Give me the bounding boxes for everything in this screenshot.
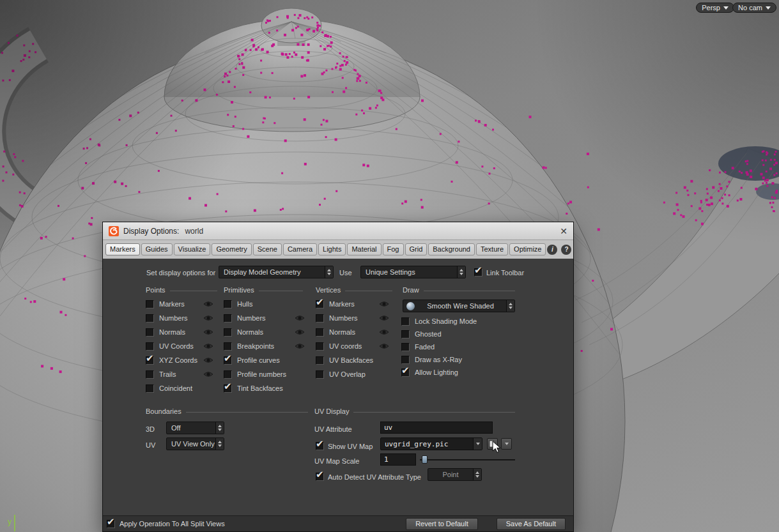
uv-attribute-value: uv xyxy=(384,423,392,432)
visibility-eye-icon[interactable] xyxy=(203,329,213,337)
boundaries-uv-dropdown[interactable]: UV View Only xyxy=(166,437,224,450)
points-xyz-coords-checkbox[interactable]: ✔ xyxy=(146,356,154,365)
uv-map-combo[interactable]: uvgrid_grey.pic xyxy=(380,437,482,450)
auto-detect-uv-label: Auto Detect UV Attribute Type xyxy=(328,473,421,481)
dialog-title: Display Options: xyxy=(123,227,179,236)
tab-optimize[interactable]: Optimize xyxy=(509,243,546,255)
checkmark: ✔ xyxy=(401,365,410,376)
visibility-eye-icon[interactable] xyxy=(379,315,389,323)
points-trails-checkbox[interactable] xyxy=(146,370,154,379)
tab-guides[interactable]: Guides xyxy=(141,243,173,255)
vertices-row-markers: ✔Markers xyxy=(316,297,391,311)
primitives-normals-checkbox[interactable] xyxy=(224,328,232,337)
vertices-uv-backfaces-checkbox[interactable] xyxy=(316,356,324,365)
uv-map-scale-slider[interactable] xyxy=(420,453,515,466)
uv-map-scale-field[interactable]: 1 xyxy=(380,453,416,466)
display-target-dropdown[interactable]: Display Model Geometry xyxy=(219,266,334,278)
visibility-eye-icon[interactable] xyxy=(295,329,305,337)
close-icon[interactable]: ✕ xyxy=(560,227,567,236)
vertices-numbers-checkbox[interactable] xyxy=(316,314,324,323)
apply-all-split-views-label: Apply Operation To All Split Views xyxy=(120,520,225,528)
persp-menu-button[interactable]: Persp xyxy=(696,3,734,13)
info-icon[interactable]: i xyxy=(547,245,557,255)
primitives-hulls-checkbox[interactable] xyxy=(224,300,232,308)
visibility-eye-icon[interactable] xyxy=(379,301,389,308)
draw-ghosted-checkbox[interactable] xyxy=(401,330,410,338)
visibility-eye-icon[interactable] xyxy=(379,329,389,337)
dialog-tab-bar: MarkersGuidesVisualizeGeometrySceneCamer… xyxy=(103,240,573,259)
tab-scene[interactable]: Scene xyxy=(253,243,282,255)
points-markers-checkbox[interactable] xyxy=(146,300,154,308)
visibility-eye-icon[interactable] xyxy=(203,371,213,379)
shading-mode-dropdown[interactable]: Smooth Wire Shaded xyxy=(403,300,515,312)
camera-menu-button[interactable]: No cam xyxy=(732,3,776,13)
visibility-eye-icon[interactable] xyxy=(295,315,305,323)
auto-detect-uv-checkbox[interactable]: ✔ xyxy=(316,473,324,481)
primitives-profile-curves-checkbox[interactable]: ✔ xyxy=(224,356,232,365)
file-icon xyxy=(489,440,496,448)
save-as-default-button[interactable]: Save As Default xyxy=(497,518,566,530)
uv-attribute-label: UV Attribute xyxy=(314,425,352,433)
visibility-eye-icon[interactable] xyxy=(203,343,213,351)
y-axis-line xyxy=(14,515,15,531)
visibility-eye-icon[interactable] xyxy=(379,343,389,351)
primitives-numbers-checkbox[interactable] xyxy=(224,314,232,323)
visibility-eye-icon[interactable] xyxy=(203,357,213,365)
slider-handle[interactable] xyxy=(422,455,428,464)
draw-row-lock-shading-mode: Lock Shading Mode xyxy=(401,315,515,328)
combo-dropdown-icon[interactable] xyxy=(473,438,482,450)
points-label-uv-coords: UV Coords xyxy=(159,342,194,350)
primitives-profile-numbers-checkbox[interactable] xyxy=(224,370,232,379)
primitives-tint-backfaces-checkbox[interactable]: ✔ xyxy=(224,384,232,393)
points-uv-coords-checkbox[interactable] xyxy=(146,342,154,351)
visibility-eye-icon[interactable] xyxy=(295,343,305,351)
tab-visualize[interactable]: Visualize xyxy=(174,243,211,255)
show-uv-map-checkbox[interactable]: ✔ xyxy=(316,442,324,450)
points-coincident-checkbox[interactable] xyxy=(146,384,154,393)
tab-markers[interactable]: Markers xyxy=(105,243,140,255)
draw-section-title: Draw xyxy=(403,286,419,294)
tab-texture[interactable]: Texture xyxy=(476,243,508,255)
boundaries-3d-dropdown[interactable]: Off xyxy=(166,422,224,434)
use-settings-dropdown[interactable]: Unique Settings xyxy=(360,266,466,278)
uv-map-scale-label: UV Map Scale xyxy=(314,457,359,465)
tab-camera[interactable]: Camera xyxy=(283,243,317,255)
draw-lock-shading-mode-checkbox[interactable] xyxy=(401,317,410,326)
primitives-label-hulls: Hulls xyxy=(237,300,252,308)
vertices-normals-checkbox[interactable] xyxy=(316,328,324,337)
tab-lights[interactable]: Lights xyxy=(318,243,346,255)
uv-map-menu-button[interactable] xyxy=(501,438,512,450)
visibility-eye-icon[interactable] xyxy=(203,315,213,323)
points-normals-checkbox[interactable] xyxy=(146,328,154,337)
vertices-column: ✔MarkersNumbersNormalsUV coordsUV Backfa… xyxy=(316,297,391,381)
visibility-eye-icon[interactable] xyxy=(203,301,213,308)
tab-material[interactable]: Material xyxy=(347,243,381,255)
points-row-normals: Normals xyxy=(146,325,215,339)
tab-background[interactable]: Background xyxy=(428,243,475,255)
spinner-arrows-icon xyxy=(215,422,224,434)
vertices-uv-overlap-checkbox[interactable] xyxy=(316,370,324,379)
draw-allow-lighting-checkbox[interactable]: ✔ xyxy=(401,369,410,377)
vertices-markers-checkbox[interactable]: ✔ xyxy=(316,300,324,308)
draw-draw-as-x-ray-checkbox[interactable] xyxy=(401,356,410,364)
checkmark: ✔ xyxy=(316,296,324,308)
uv-attribute-field[interactable]: uv xyxy=(380,422,493,434)
tab-geometry[interactable]: Geometry xyxy=(212,243,251,255)
dialog-titlebar[interactable]: Display Options: world ✕ xyxy=(103,222,573,240)
link-toolbar-checkbox[interactable]: ✔ xyxy=(474,268,482,277)
spinner-arrows-icon xyxy=(457,266,465,278)
file-chooser-button[interactable] xyxy=(487,438,498,450)
vertices-uv-coords-checkbox[interactable] xyxy=(316,342,324,351)
boundaries-3d-value: Off xyxy=(167,424,215,432)
chevron-down-icon xyxy=(766,6,771,10)
points-numbers-checkbox[interactable] xyxy=(146,314,154,323)
uv-attribute-type-dropdown[interactable]: Point xyxy=(428,468,482,481)
apply-all-split-views-checkbox[interactable]: ✔ xyxy=(107,520,115,528)
revert-to-default-button[interactable]: Revert to Default xyxy=(406,518,478,530)
set-display-options-label: Set display options for xyxy=(146,269,215,277)
help-icon[interactable]: ? xyxy=(561,245,571,255)
tab-fog[interactable]: Fog xyxy=(383,243,404,255)
primitives-breakpoints-checkbox[interactable] xyxy=(224,342,232,351)
tab-grid[interactable]: Grid xyxy=(405,243,428,255)
draw-faded-checkbox[interactable] xyxy=(401,343,410,351)
